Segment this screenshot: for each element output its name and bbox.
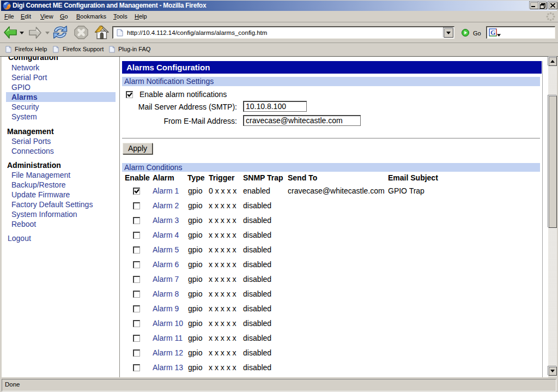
svg-text:G: G (490, 29, 495, 36)
